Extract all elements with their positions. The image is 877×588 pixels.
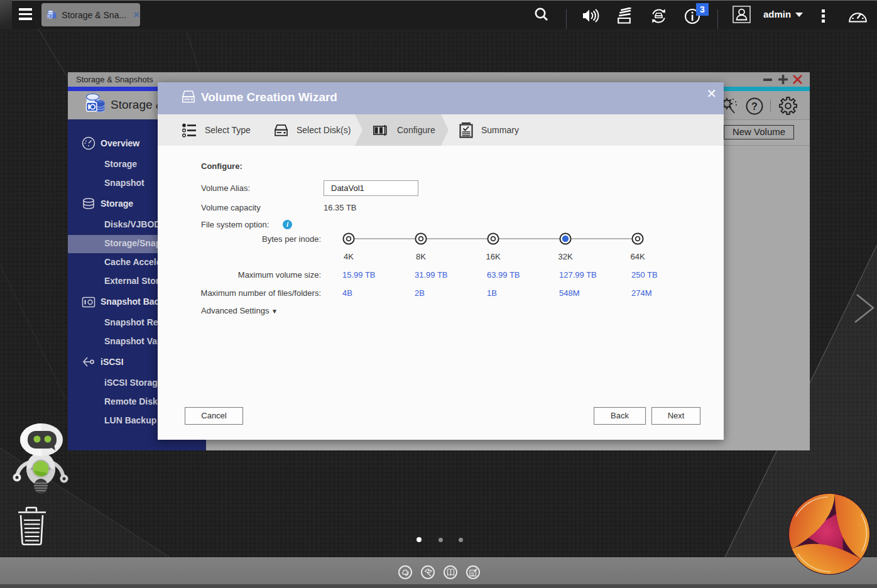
svg-text:?: ? [751,101,758,112]
